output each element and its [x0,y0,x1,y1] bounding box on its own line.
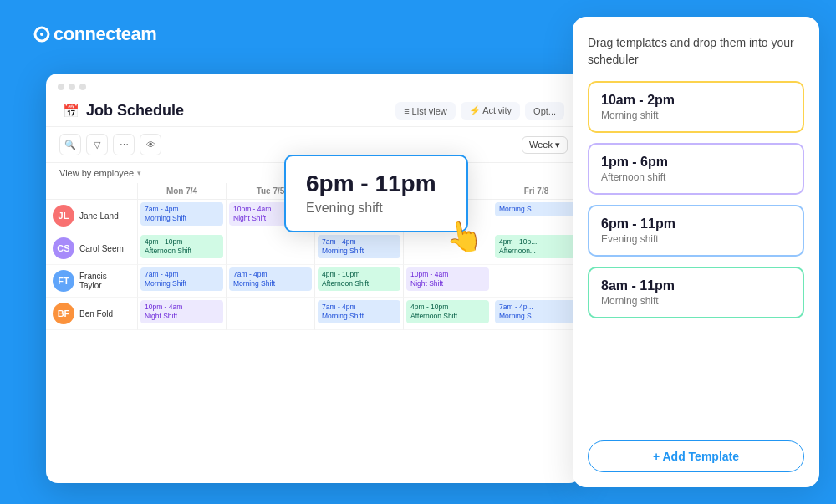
logo-text: connecteam [54,23,156,45]
logo-circle [33,26,50,43]
shift-ben-5: 7am - 4p...Morning S... [492,298,581,330]
employee-ben: BF Ben Fold [46,298,138,330]
drag-popup: 6pm - 11pm Evening shift 👆 [284,155,468,232]
template-time-3: 8am - 11pm [601,278,791,293]
shift-carol-2 [227,232,315,265]
avatar-francis: FT [53,270,74,292]
activity-button[interactable]: ⚡ Activity [461,102,520,120]
list-view-button[interactable]: ≡ List view [395,102,456,120]
shift-block: 4pm - 10pmAfternoon Shift [318,267,400,291]
scheduler-header: 📅 Job Schedule ≡ List view ⚡ Activity Op… [46,97,581,127]
drag-popup-time: 6pm - 11pm [306,171,446,197]
template-card-morning[interactable]: 10am - 2pm Morning shift [588,81,804,133]
shift-ben-4: 4pm - 10pmAfternoon Shift [404,298,492,330]
week-selector[interactable]: Week ▾ [522,136,568,154]
panel-title: Drag templates and drop them into your s… [588,35,804,68]
add-template-button[interactable]: + Add Template [588,440,804,472]
dot-green [79,84,86,90]
shift-jane-1: 7am - 4pmMorning Shift [138,200,227,232]
template-card-long[interactable]: 8am - 11pm Morning shift [588,267,804,318]
filter-icon[interactable]: ▽ [86,134,108,155]
employee-carol: CS Carol Seem [46,232,138,265]
scheduler-title-text: Job Schedule [86,102,184,120]
template-time-2: 6pm - 11pm [601,216,791,232]
shift-carol-3: 7am - 4pmMorning Shift [315,232,404,265]
shift-carol-1: 4pm - 10pmAfternoon Shift [138,232,227,265]
scheduler-card: 📅 Job Schedule ≡ List view ⚡ Activity Op… [46,74,581,483]
right-panel: Drag templates and drop them into your s… [573,17,819,487]
col-header-fri: Fri 7/8 [492,183,581,200]
shift-block: 4pm - 10pmAfternoon Shift [406,300,489,323]
view-by-label: View by employee [59,168,134,178]
shift-block: 7am - 4pmMorning Shift [318,235,400,258]
emp-name-francis: Francis Taylor [79,272,130,290]
shift-francis-4: 10pm - 4amNight Shift [404,265,492,298]
avatar-carol: CS [53,237,74,259]
avatar-ben: BF [53,303,74,324]
col-header-mon: Mon 7/4 [138,183,227,200]
shift-francis-2: 7am - 4pmMorning Shift [227,265,315,298]
template-label-1: Afternoon shift [601,171,791,183]
template-time-1: 1pm - 6pm [601,155,791,170]
template-label-3: Morning shift [601,295,791,307]
emp-name-jane: Jane Land [79,211,119,221]
shift-block: 7am - 4pmMorning Shift [318,300,400,323]
shift-carol-5: 4pm - 10p...Afternoon... [492,232,581,265]
shift-block: Morning S... [495,202,578,216]
shift-francis-3: 4pm - 10pmAfternoon Shift [315,265,404,298]
shift-francis-5 [492,265,581,298]
shift-ben-1: 10pm - 4amNight Shift [138,298,227,330]
svg-point-1 [40,33,43,36]
template-card-afternoon[interactable]: 1pm - 6pm Afternoon shift [588,143,804,195]
shift-block: 7am - 4pmMorning Shift [140,202,223,226]
employee-francis: FT Francis Taylor [46,265,138,298]
dot-red [58,84,64,90]
logo: connecteam [33,23,156,45]
drag-popup-label: Evening shift [306,201,446,216]
eye-icon[interactable]: 👁 [140,134,161,155]
shift-block: 10pm - 4amNight Shift [406,267,489,291]
template-card-evening[interactable]: 6pm - 11pm Evening shift [588,205,804,257]
scheduler-title: 📅 Job Schedule [63,102,184,120]
avatar-jane: JL [53,205,74,227]
shift-block: 7am - 4pmMorning Shift [140,267,223,291]
hand-cursor-icon: 👆 [443,216,487,257]
dot-yellow [69,84,75,90]
shift-block: 4pm - 10p...Afternoon... [495,235,578,258]
shift-ben-3: 7am - 4pmMorning Shift [315,298,404,330]
shift-block: 4pm - 10pmAfternoon Shift [140,235,223,258]
emp-name-carol: Carol Seem [79,244,124,253]
search-icon[interactable]: 🔍 [59,134,81,155]
template-label-2: Evening shift [601,233,791,245]
shift-block: 10pm - 4amNight Shift [140,300,223,323]
shift-block: 7am - 4pmMorning Shift [229,267,312,291]
options-button[interactable]: Opt... [525,102,564,120]
col-header-empty [46,183,138,200]
scheduler-actions[interactable]: ≡ List view ⚡ Activity Opt... [395,102,564,120]
shift-jane-5: Morning S... [492,200,581,232]
template-time-0: 10am - 2pm [601,93,791,108]
shift-block: 7am - 4p...Morning S... [495,300,578,323]
template-label-0: Morning shift [601,109,791,121]
emp-name-ben: Ben Fold [79,309,113,318]
calendar-icon: 📅 [63,103,79,119]
shift-francis-1: 7am - 4pmMorning Shift [138,265,227,298]
more-icon[interactable]: ⋯ [113,134,135,155]
window-controls [46,74,581,97]
view-chevron-icon: ▾ [137,169,141,177]
employee-jane: JL Jane Land [46,200,138,232]
shift-ben-2 [227,298,315,330]
